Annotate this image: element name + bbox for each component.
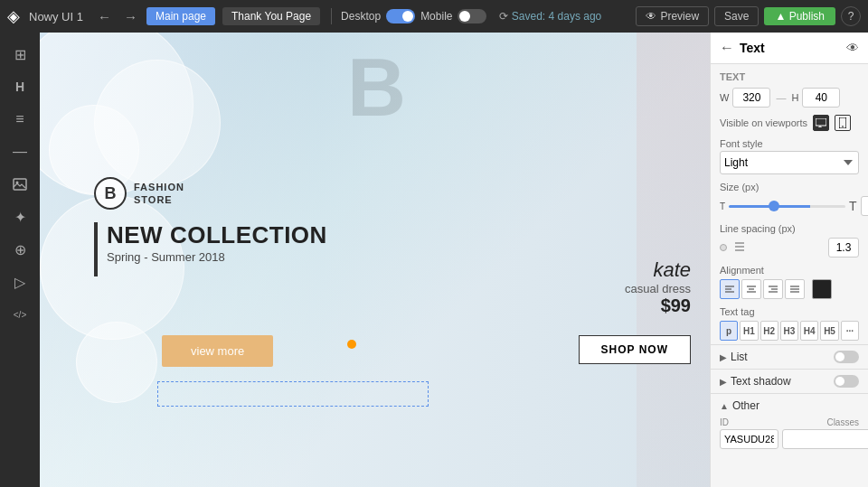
line-spacing-row: Line spacing (px) xyxy=(711,220,868,261)
thank-you-page-tab[interactable]: Thank You Page xyxy=(222,7,320,25)
logo-area: B FASHION STORE xyxy=(94,177,184,210)
text-shadow-section[interactable]: ▶ Text shadow xyxy=(711,369,868,393)
text-tag-row: Text tag p H1 H2 H3 H4 H5 ··· xyxy=(711,303,868,344)
viewports-label: Visible on viewports xyxy=(720,117,807,128)
size-row: Size (px) T T xyxy=(711,178,868,220)
font-style-select[interactable]: Thin Light Regular Medium Bold Black xyxy=(720,151,859,174)
tag-h5-button[interactable]: H5 xyxy=(820,321,838,341)
svg-rect-0 xyxy=(14,179,26,190)
alignment-row: Alignment xyxy=(711,261,868,303)
main-page-tab[interactable]: Main page xyxy=(146,7,215,25)
tag-more-button[interactable]: ··· xyxy=(841,321,859,341)
sidebar-icon-divider[interactable]: — xyxy=(5,137,34,166)
saved-status: ⟳ Saved: 4 days ago xyxy=(499,10,601,23)
view-more-button[interactable]: view more xyxy=(162,335,273,367)
logo-text: FASHION STORE xyxy=(134,181,184,207)
tag-h1-button[interactable]: H1 xyxy=(740,321,758,341)
text-shadow-toggle[interactable] xyxy=(834,375,859,388)
collection-subtitle: Spring - Summer 2018 xyxy=(107,250,327,264)
mobile-label: Mobile xyxy=(420,10,452,23)
desktop-label: Desktop xyxy=(341,10,381,23)
line-spacing-lines-icon xyxy=(732,241,745,254)
text-tag-label: Text tag xyxy=(720,306,859,317)
text-color-box[interactable] xyxy=(812,279,832,299)
height-label: H xyxy=(791,92,798,103)
align-left-button[interactable] xyxy=(720,279,740,299)
device-group: Desktop Mobile xyxy=(341,9,486,23)
width-input[interactable] xyxy=(732,88,770,108)
id-classes-inputs xyxy=(720,429,859,449)
product-name: kate xyxy=(625,258,691,282)
topbar: ◈ Nowy UI 1 ← → Main page Thank You Page… xyxy=(0,0,868,33)
collection-bar xyxy=(94,222,98,276)
viewport-desktop-icon[interactable] xyxy=(813,115,829,131)
classes-input[interactable] xyxy=(782,429,868,449)
mobile-toggle[interactable] xyxy=(458,9,486,23)
desktop-toggle[interactable] xyxy=(386,9,415,23)
canvas-content: B B FASHION STORE NEW COLLECTION xyxy=(40,33,710,487)
tag-h4-button[interactable]: H4 xyxy=(800,321,818,341)
sidebar-icon-image[interactable] xyxy=(5,170,34,199)
tag-p-button[interactable]: p xyxy=(720,321,738,341)
main-area: ⊞ H ≡ — ✦ ⊕ ▷ </> B xyxy=(0,33,868,487)
product-desc: casual dress xyxy=(625,282,691,295)
shop-now-button[interactable]: SHOP NOW xyxy=(579,335,691,364)
size-label: Size (px) xyxy=(720,182,859,192)
help-button[interactable]: ? xyxy=(841,6,861,26)
viewports-row: Visible on viewports xyxy=(711,111,868,135)
size-input[interactable] xyxy=(861,196,868,216)
line-spacing-label: Line spacing (px) xyxy=(720,223,859,234)
font-style-row: Font style Thin Light Regular Medium Bol… xyxy=(711,135,868,178)
size-t-large-icon: T xyxy=(849,199,857,213)
collection-area: NEW COLLECTION Spring - Summer 2018 xyxy=(94,222,327,264)
sidebar-icon-elements[interactable]: ✦ xyxy=(5,202,34,231)
publish-button[interactable]: ▲ Publish xyxy=(764,7,835,25)
size-t-small-icon: T xyxy=(720,201,725,211)
canvas-area: B B FASHION STORE NEW COLLECTION xyxy=(40,33,710,487)
sidebar-icon-layers[interactable]: ⊞ xyxy=(5,40,34,69)
other-section: ▲ Other ID Classes xyxy=(711,393,868,454)
sidebar-icon-media[interactable]: ▷ xyxy=(5,267,34,296)
align-right-button[interactable] xyxy=(763,279,783,299)
sidebar-icon-components[interactable]: ⊕ xyxy=(5,235,34,264)
font-style-label: Font style xyxy=(720,138,859,149)
preview-button[interactable]: 👁 Preview xyxy=(636,6,709,26)
product-area: kate casual dress $99 xyxy=(625,258,691,316)
panel-back-button[interactable]: ← xyxy=(720,40,734,56)
save-button[interactable]: Save xyxy=(714,6,759,26)
tag-h3-button[interactable]: H3 xyxy=(780,321,798,341)
logo-circle: B xyxy=(94,177,127,210)
redo-button[interactable]: → xyxy=(120,7,141,26)
hero-image: B B FASHION STORE NEW COLLECTION xyxy=(40,33,710,487)
big-b-watermark: B xyxy=(347,42,406,135)
sidebar-icon-text[interactable]: ≡ xyxy=(5,105,34,134)
list-toggle[interactable] xyxy=(834,351,859,363)
line-spacing-input[interactable] xyxy=(828,238,859,258)
list-section[interactable]: ▶ List xyxy=(711,344,868,369)
collection-title: NEW COLLECTION xyxy=(107,222,327,248)
undo-button[interactable]: ← xyxy=(94,7,115,26)
text-shadow-label: Text shadow xyxy=(731,375,834,388)
other-arrow-icon: ▲ xyxy=(720,401,729,411)
project-name: Nowy UI 1 xyxy=(29,10,83,23)
width-label: W xyxy=(720,92,729,103)
panel-title: Text xyxy=(740,41,841,55)
wh-divider: — xyxy=(776,92,786,103)
other-header[interactable]: ▲ Other xyxy=(720,399,859,412)
svg-point-6 xyxy=(842,126,844,127)
left-sidebar: ⊞ H ≡ — ✦ ⊕ ▷ </> xyxy=(0,33,40,487)
selection-dot-handle[interactable] xyxy=(347,340,356,349)
id-input[interactable] xyxy=(720,429,778,449)
sidebar-icon-heading[interactable]: H xyxy=(5,72,34,101)
line-spacing-dot xyxy=(720,244,727,251)
viewport-mobile-icon[interactable] xyxy=(835,115,851,131)
tag-h2-button[interactable]: H2 xyxy=(760,321,778,341)
align-justify-button[interactable] xyxy=(785,279,805,299)
panel-eye-button[interactable]: 👁 xyxy=(846,41,859,55)
size-slider[interactable] xyxy=(729,205,845,208)
sidebar-icon-html[interactable]: </> xyxy=(5,300,34,329)
height-input[interactable] xyxy=(802,88,840,108)
align-center-button[interactable] xyxy=(741,279,761,299)
id-field-label: ID xyxy=(720,417,729,427)
alignment-label: Alignment xyxy=(720,265,859,276)
